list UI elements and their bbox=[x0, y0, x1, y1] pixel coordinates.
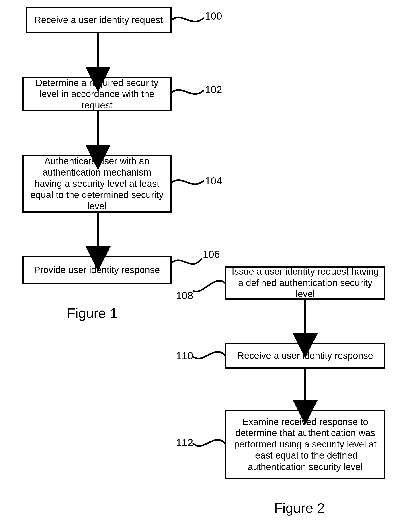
fig1-caption: Figure 1 bbox=[67, 305, 118, 321]
fig2-step-110-id: 110 bbox=[176, 350, 193, 362]
fig1-step-100-text: Receive a user identity request bbox=[34, 15, 163, 26]
fig2-step-108-id: 108 bbox=[176, 290, 193, 302]
fig1-step-104: Authenticate user with an authentication… bbox=[22, 155, 172, 213]
fig1-step-102-id: 102 bbox=[205, 84, 222, 96]
fig1-step-106-text: Provide user identity response bbox=[34, 264, 160, 276]
fig1-step-102: Determine a required security level in a… bbox=[22, 77, 172, 111]
fig2-step-110-text: Receive a user identity response bbox=[237, 350, 373, 361]
fig2-step-108: Issue a user identity request having a d… bbox=[225, 266, 386, 300]
fig1-step-100-id: 100 bbox=[205, 10, 222, 22]
fig1-step-104-id: 104 bbox=[205, 175, 222, 187]
fig2-caption: Figure 2 bbox=[274, 500, 325, 516]
diagram-canvas: Receive a user identity request 100 Dete… bbox=[0, 0, 420, 531]
fig2-step-110: Receive a user identity response bbox=[225, 343, 386, 369]
fig1-step-106-id: 106 bbox=[203, 248, 220, 260]
fig2-step-112-text: Examine received response to determine t… bbox=[230, 416, 380, 472]
fig2-step-112: Examine received response to determine t… bbox=[225, 410, 386, 479]
fig2-step-112-id: 112 bbox=[176, 437, 193, 449]
fig1-step-106: Provide user identity response bbox=[22, 256, 172, 284]
fig1-step-102-text: Determine a required security level in a… bbox=[28, 77, 166, 111]
fig1-step-100: Receive a user identity request bbox=[26, 7, 172, 33]
fig1-step-104-text: Authenticate user with an authentication… bbox=[28, 156, 166, 212]
fig2-step-108-text: Issue a user identity request having a d… bbox=[230, 266, 380, 300]
